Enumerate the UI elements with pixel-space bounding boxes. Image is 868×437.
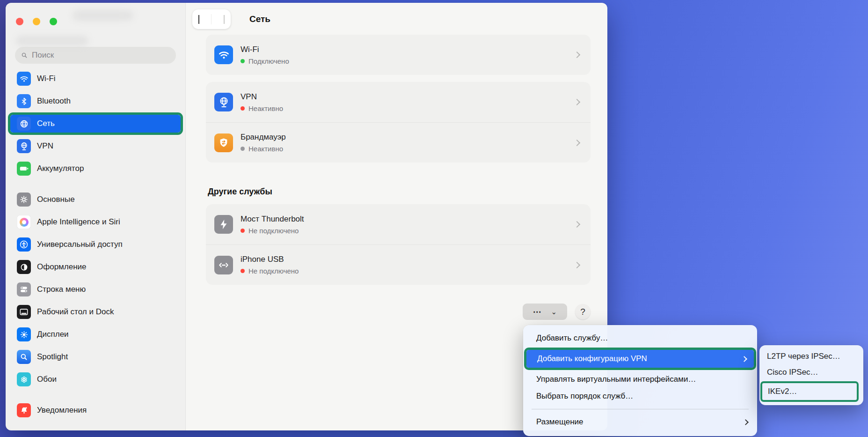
submenu-item-l2tp[interactable]: L2TP через IPSec… [759,348,863,364]
service-status: Неактивно [241,104,575,112]
service-name: Мост Thunderbolt [241,215,304,223]
annotation-box-add-vpn-config: Добавить конфигурацию VPN [524,348,756,370]
sidebar-item-appearance[interactable]: Оформление [12,256,179,278]
annotation-box-network: Сеть [8,112,183,135]
menu-item-set-service-order[interactable]: Выбрать порядок служб… [523,388,757,405]
blurred-title [73,10,133,21]
iphone-usb-text: iPhone USB Не подключено [241,255,575,275]
thunderbolt-icon [214,215,233,234]
submenu-item-label: IKEv2… [768,387,797,396]
appearance-icon [17,260,31,274]
sidebar-group-gap [12,391,179,399]
page-title: Сеть [249,14,270,24]
vpn-globe-icon [17,139,31,153]
bell-icon [17,403,31,417]
status-text: Неактивно [248,145,283,153]
forward-button[interactable] [224,15,225,23]
chevron-right-icon [574,139,580,146]
menu-item-add-service[interactable]: Добавить службу… [523,330,757,347]
submenu-arrow-icon [741,356,747,362]
menu-item-manage-virtual-interfaces[interactable]: Управлять виртуальными интерфейсами… [523,371,757,388]
search-placeholder: Поиск [32,51,54,60]
sidebar-item-network[interactable]: Сеть [10,115,181,133]
sidebar-item-desktop-dock[interactable]: Рабочий стол и Dock [12,301,179,323]
sidebar-item-label: Аккумулятор [37,164,84,173]
sidebar-item-label: Рабочий стол и Dock [37,307,114,317]
sidebar: Поиск Wi-Fi Bluetooth Сеть [6,3,186,430]
status-text: Неактивно [248,104,283,112]
help-button[interactable]: ? [575,304,591,319]
menu-item-label: Размещение [536,417,584,427]
wallpaper-icon [17,372,31,386]
thunderbolt-row[interactable]: Мост Thunderbolt Не подключено [206,204,591,244]
chevron-right-icon [574,99,580,105]
sidebar-item-accessibility[interactable]: Универсальный доступ [12,233,179,256]
sidebar-item-displays[interactable]: Дисплеи [12,323,179,346]
close-button[interactable] [16,18,23,25]
sidebar-item-label: Строка меню [37,285,86,294]
sidebar-item-label: Apple Intelligence и Siri [37,217,120,227]
status-dot [241,147,245,151]
status-text: Подключено [248,57,289,65]
search-icon [21,52,28,59]
service-status: Не подключено [241,267,575,275]
accessibility-icon [17,237,31,252]
wifi-row[interactable]: Wi-Fi Подключено [206,35,591,75]
service-name: Брандмауэр [241,133,286,141]
chevron-down-icon: ⌄ [551,308,557,316]
minimize-button[interactable] [33,18,40,25]
firewall-text: Брандмауэр Неактивно [241,133,575,153]
chevron-right-icon [574,221,580,228]
wifi-icon [214,45,233,64]
traffic-lights [16,18,57,25]
zoom-button[interactable] [50,18,57,25]
submenu-item-cisco-ipsec[interactable]: Cisco IPSec… [759,364,863,380]
menu-separator [532,409,749,409]
sidebar-item-wallpaper[interactable]: Обои [12,368,179,391]
actions-menu: Добавить службу… Добавить конфигурацию V… [523,325,757,436]
sidebar-item-label: Уведомления [37,406,87,415]
wifi-card: Wi-Fi Подключено [206,35,591,75]
menu-item-label: Управлять виртуальными интерфейсами… [536,375,696,384]
service-name: VPN [241,92,257,101]
sidebar-item-vpn[interactable]: VPN [12,135,179,157]
sidebar-item-notifications[interactable]: Уведомления [12,399,179,422]
sidebar-item-apple-intelligence[interactable]: Apple Intelligence и Siri [12,211,179,233]
bluetooth-icon [17,94,31,108]
section-title: Другие службы [208,187,591,197]
back-button[interactable] [198,15,199,23]
system-settings-window: Поиск Wi-Fi Bluetooth Сеть [6,3,607,430]
iphone-usb-icon [214,256,233,274]
sidebar-item-general[interactable]: Основные [12,188,179,211]
globe-icon [17,117,31,131]
nav-buttons [192,9,231,29]
sidebar-item-wifi[interactable]: Wi-Fi [12,67,179,90]
sidebar-item-spotlight[interactable]: Spotlight [12,346,179,368]
sidebar-item-label: Сеть [37,119,55,128]
submenu-item-ikev2[interactable]: IKEv2… [762,383,857,400]
firewall-row[interactable]: Брандмауэр Неактивно [206,122,591,163]
sidebar-item-label: VPN [37,141,53,151]
sidebar-item-bluetooth[interactable]: Bluetooth [12,90,179,112]
battery-icon [17,162,31,176]
vpn-firewall-card: VPN Неактивно Брандмауэр [206,82,591,163]
search-input[interactable]: Поиск [15,47,176,64]
vpn-text: VPN Неактивно [241,92,575,112]
sidebar-item-label: Дисплеи [37,330,69,339]
sidebar-item-label: Оформление [37,262,87,272]
iphone-usb-row[interactable]: iPhone USB Не подключено [206,244,591,285]
submenu-arrow-icon [743,419,749,425]
nav-separator [211,14,212,24]
service-name: iPhone USB [241,255,284,264]
more-actions-button[interactable]: ⋯ ⌄ [523,304,567,320]
sidebar-item-menubar[interactable]: Строка меню [12,278,179,301]
status-text: Не подключено [248,227,299,235]
submenu-item-label: L2TP через IPSec… [767,352,840,361]
menu-item-label: Выбрать порядок служб… [536,392,633,401]
menu-item-add-vpn-configuration[interactable]: Добавить конфигурацию VPN [526,350,754,368]
service-status: Подключено [241,57,575,65]
sidebar-item-battery[interactable]: Аккумулятор [12,157,179,180]
ellipsis-icon: ⋯ [533,307,542,317]
vpn-row[interactable]: VPN Неактивно [206,82,591,122]
menu-item-locations[interactable]: Размещение [523,414,757,430]
